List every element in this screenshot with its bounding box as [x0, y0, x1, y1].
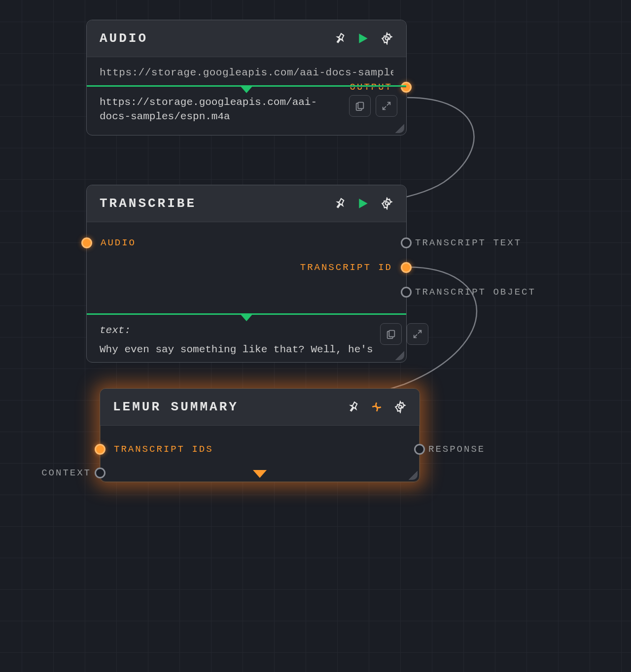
- expand-icon[interactable]: [407, 323, 428, 345]
- node-title: LEMUR SUMMARY: [113, 400, 239, 414]
- node-title: AUDIO: [100, 31, 148, 46]
- input-text: https://storage.googleapis.com/aai-docs-…: [100, 67, 393, 78]
- pin-icon[interactable]: [333, 32, 346, 45]
- port-label-transcript-ids: TRANSCRIPT IDS: [100, 444, 213, 455]
- result-label: text:: [100, 323, 373, 337]
- gear-icon[interactable]: [381, 197, 393, 210]
- node-lemur-summary[interactable]: LEMUR SUMMARY TRANSCRIPT IDS CONTEXT: [100, 388, 420, 482]
- svg-rect-3: [389, 331, 394, 337]
- node-output-area: https://storage.googleapis.com/aai-docs-…: [87, 87, 406, 135]
- output-text: https://storage.googleapis.com/aai-docs-…: [100, 95, 342, 124]
- port-label-transcript-object: TRANSCRIPT OBJECT: [406, 287, 536, 298]
- expand-triangle-icon[interactable]: [253, 470, 267, 478]
- gear-icon[interactable]: [381, 32, 393, 45]
- port-label-response: RESPONSE: [420, 444, 485, 455]
- expand-icon[interactable]: [376, 95, 397, 117]
- copy-icon[interactable]: [349, 95, 371, 117]
- pin-icon[interactable]: [333, 197, 346, 210]
- pin-icon[interactable]: [347, 401, 359, 413]
- run-icon[interactable]: [357, 32, 370, 45]
- node-header[interactable]: LEMUR SUMMARY: [100, 389, 420, 426]
- port-label-transcript-text: TRANSCRIPT TEXT: [406, 237, 522, 248]
- node-header[interactable]: AUDIO: [87, 20, 406, 57]
- node-transcribe[interactable]: TRANSCRIBE AUDIO TRANSCRIPT TEXT TR: [86, 185, 407, 363]
- node-body: AUDIO TRANSCRIPT TEXT TRANSCRIPT ID TRAN…: [87, 222, 406, 313]
- port-label-audio: AUDIO: [87, 237, 136, 248]
- port-label-transcript-id: TRANSCRIPT ID: [300, 262, 406, 273]
- divider: [87, 313, 406, 315]
- port-label-context: CONTEXT: [41, 468, 100, 478]
- run-icon[interactable]: [357, 197, 370, 210]
- copy-icon[interactable]: [380, 323, 402, 345]
- gear-icon[interactable]: [394, 401, 407, 413]
- node-title: TRANSCRIBE: [100, 196, 196, 211]
- node-body: TRANSCRIPT IDS CONTEXT RESPONSE: [100, 426, 420, 482]
- node-output-area: text: Why even say something like that? …: [87, 315, 406, 362]
- node-audio[interactable]: AUDIO https://storage.googleapis.com/aai…: [86, 20, 407, 135]
- node-input-area[interactable]: https://storage.googleapis.com/aai-docs-…: [87, 57, 406, 85]
- node-header[interactable]: TRANSCRIBE: [87, 185, 406, 222]
- result-preview: Why even say something like that? Well, …: [100, 342, 373, 357]
- loading-icon[interactable]: [370, 401, 383, 413]
- divider: [87, 85, 406, 87]
- svg-rect-1: [358, 102, 363, 109]
